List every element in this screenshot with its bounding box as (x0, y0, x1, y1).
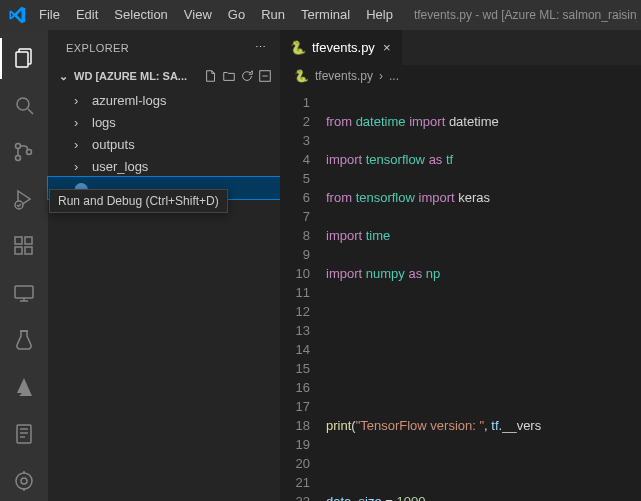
line-number: 17 (280, 397, 310, 416)
folder-label: WD [AZURE ML: SA... (74, 70, 200, 82)
file-tree: ›azureml-logs ›logs ›outputs ›user_logs … (48, 87, 280, 201)
sidebar: EXPLORER ⋯ ⌄ WD [AZURE ML: SA... ›azurem… (48, 30, 280, 501)
tree-label: azureml-logs (92, 93, 166, 108)
tree-label: outputs (92, 137, 135, 152)
code-content: from datetime import datetime import ten… (322, 87, 641, 501)
collapse-icon[interactable] (258, 69, 272, 83)
menu-edit[interactable]: Edit (69, 0, 105, 30)
new-folder-icon[interactable] (222, 69, 236, 83)
line-number: 14 (280, 340, 310, 359)
menu-view[interactable]: View (177, 0, 219, 30)
sidebar-more-icon[interactable]: ⋯ (249, 39, 272, 56)
menu-file[interactable]: File (32, 0, 67, 30)
tree-label: user_logs (92, 159, 148, 174)
svg-rect-9 (15, 247, 22, 254)
tab-active[interactable]: 🐍 tfevents.py × (280, 30, 403, 65)
svg-point-21 (16, 473, 32, 489)
line-gutter: 1 2 3 4 5 6 7 8 9 10 11 12 13 14 15 16 1… (280, 87, 322, 501)
tree-label: logs (92, 115, 116, 130)
line-number: 7 (280, 207, 310, 226)
menu-go[interactable]: Go (221, 0, 252, 30)
svg-line-3 (28, 109, 33, 114)
line-number: 18 (280, 416, 310, 435)
svg-rect-11 (25, 237, 32, 244)
line-number: 8 (280, 226, 310, 245)
activity-run-debug[interactable] (0, 179, 48, 220)
python-icon: 🐍 (294, 69, 309, 83)
svg-point-2 (17, 98, 29, 110)
window-title: tfevents.py - wd [Azure ML: salmon_raisi… (402, 8, 637, 22)
activity-gitlens[interactable] (0, 460, 48, 501)
main-area: EXPLORER ⋯ ⌄ WD [AZURE ML: SA... ›azurem… (0, 30, 641, 501)
menu-selection[interactable]: Selection (107, 0, 174, 30)
chevron-right-icon: › (74, 115, 86, 130)
line-number: 13 (280, 321, 310, 340)
line-number: 21 (280, 473, 310, 492)
line-number: 22 (280, 492, 310, 501)
activity-extensions[interactable] (0, 226, 48, 267)
svg-point-20 (21, 478, 27, 484)
line-number: 4 (280, 150, 310, 169)
editor-group: 🐍 tfevents.py × 🐍 tfevents.py › ... 1 2 … (280, 30, 641, 501)
tree-folder[interactable]: ›outputs (48, 133, 280, 155)
menubar: File Edit Selection View Go Run Terminal… (0, 0, 641, 30)
line-number: 11 (280, 283, 310, 302)
sidebar-header: EXPLORER ⋯ (48, 30, 280, 65)
activity-scm[interactable] (0, 132, 48, 173)
activity-test[interactable] (0, 319, 48, 360)
svg-point-6 (27, 150, 32, 155)
tree-folder[interactable]: ›logs (48, 111, 280, 133)
line-number: 10 (280, 264, 310, 283)
line-number: 19 (280, 435, 310, 454)
line-number: 2 (280, 112, 310, 131)
svg-point-5 (16, 156, 21, 161)
tree-folder[interactable]: ›user_logs (48, 155, 280, 177)
line-number: 1 (280, 93, 310, 112)
line-number: 15 (280, 359, 310, 378)
code-editor[interactable]: 1 2 3 4 5 6 7 8 9 10 11 12 13 14 15 16 1… (280, 87, 641, 501)
svg-rect-12 (15, 286, 33, 298)
activity-docs[interactable] (0, 413, 48, 454)
close-icon[interactable]: × (381, 40, 393, 55)
svg-point-4 (16, 144, 21, 149)
menu-terminal[interactable]: Terminal (294, 0, 357, 30)
tab-row: 🐍 tfevents.py × (280, 30, 641, 65)
chevron-right-icon: › (74, 93, 86, 108)
python-icon: 🐍 (290, 40, 306, 55)
tree-folder[interactable]: ›azureml-logs (48, 89, 280, 111)
line-number: 9 (280, 245, 310, 264)
svg-rect-1 (16, 52, 28, 67)
breadcrumb-file: tfevents.py (315, 69, 373, 83)
activity-azure[interactable] (0, 366, 48, 407)
chevron-right-icon: › (74, 159, 86, 174)
activity-remote[interactable] (0, 273, 48, 314)
menu-run[interactable]: Run (254, 0, 292, 30)
line-number: 5 (280, 169, 310, 188)
activity-explorer[interactable] (0, 38, 48, 79)
refresh-icon[interactable] (240, 69, 254, 83)
activity-search[interactable] (0, 85, 48, 126)
chevron-down-icon: ⌄ (56, 70, 70, 83)
line-number: 3 (280, 131, 310, 150)
chevron-right-icon: › (74, 137, 86, 152)
vscode-logo-icon (4, 0, 30, 30)
chevron-right-icon: › (379, 69, 383, 83)
new-file-icon[interactable] (204, 69, 218, 83)
line-number: 20 (280, 454, 310, 473)
folder-header[interactable]: ⌄ WD [AZURE ML: SA... (48, 65, 280, 87)
sidebar-title: EXPLORER (66, 42, 129, 54)
tooltip-run-debug: Run and Debug (Ctrl+Shift+D) (49, 189, 228, 213)
line-number: 12 (280, 302, 310, 321)
activity-bar (0, 30, 48, 501)
breadcrumbs[interactable]: 🐍 tfevents.py › ... (280, 65, 641, 87)
line-number: 6 (280, 188, 310, 207)
menu-help[interactable]: Help (359, 0, 400, 30)
tab-label: tfevents.py (312, 40, 375, 55)
svg-rect-16 (17, 425, 31, 443)
breadcrumb-rest: ... (389, 69, 399, 83)
line-number: 16 (280, 378, 310, 397)
svg-rect-10 (25, 247, 32, 254)
svg-rect-8 (15, 237, 22, 244)
